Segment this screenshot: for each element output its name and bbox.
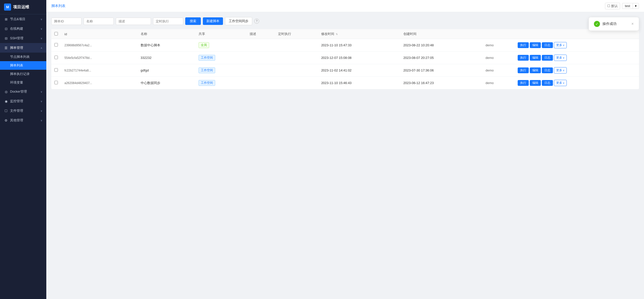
- cell-schedule-1: [275, 52, 318, 64]
- sync-button[interactable]: 工作空间同步: [225, 17, 252, 25]
- sidebar-item-other[interactable]: ⚙ 其他管理 ∨: [0, 116, 46, 125]
- cell-created-3: 2023-06-12 16:47:23: [400, 77, 483, 89]
- col-modified[interactable]: 修改时间 ⇅: [318, 29, 400, 39]
- sidebar-item-nodes[interactable]: ⊞ 节点&项目 ∨: [0, 14, 46, 24]
- chevron-nodes: ∨: [41, 18, 42, 21]
- sidebar: M 项目运维 ⊞ 节点&项目 ∨ ⊡ 在线构建 ∨ ⊟ SSH管理 ∨ ☰ 脚本…: [0, 0, 46, 299]
- cell-created-2: 2023-07-30 17:36:06: [400, 64, 483, 77]
- logo-icon: M: [4, 4, 11, 11]
- row-checkbox-1[interactable]: [54, 56, 58, 59]
- user-dropdown[interactable]: ▾: [633, 3, 639, 9]
- cell-modified-3: 2023-11-10 15:46:43: [318, 77, 400, 89]
- chevron-files: ∨: [41, 109, 42, 112]
- select-all-checkbox[interactable]: [54, 32, 58, 35]
- user-control: test ▾: [622, 3, 639, 9]
- user-label: test: [622, 3, 633, 9]
- sidebar-item-node-scripts[interactable]: 节点脚本列表: [0, 53, 46, 61]
- chevron-monitor: ∨: [41, 100, 42, 103]
- sidebar-item-env-vars[interactable]: 环境变量: [0, 78, 46, 87]
- online-build-icon: ⊡: [4, 27, 8, 31]
- sidebar-label-other: 其他管理: [10, 118, 23, 123]
- cell-name-2: gdfgd: [138, 64, 196, 77]
- more-button-1[interactable]: 更多 ∨: [554, 55, 567, 61]
- cell-author-0: demo: [482, 39, 515, 52]
- more-button-0[interactable]: 更多 ∨: [554, 42, 567, 48]
- sidebar-label-script-mgmt: 脚本管理: [10, 46, 23, 50]
- table-row: a262084d4829407... 中心数据同步 工作空间 2023-11-1…: [51, 77, 639, 89]
- exec-button-3[interactable]: 执行: [518, 80, 529, 86]
- success-icon: ✓: [594, 21, 600, 27]
- sidebar-item-script-list[interactable]: 脚本列表: [0, 61, 46, 70]
- exec-button-2[interactable]: 执行: [518, 67, 529, 73]
- edit-button-2[interactable]: 编辑: [530, 67, 541, 73]
- cell-created-0: 2023-08-22 10:20:48: [400, 39, 483, 52]
- sidebar-item-monitor[interactable]: ◉ 监控管理 ∨: [0, 96, 46, 106]
- name-input[interactable]: [84, 18, 114, 25]
- default-workspace[interactable]: ☐ 默认: [605, 3, 620, 9]
- log-button-2[interactable]: 日志: [542, 67, 553, 73]
- chevron-docker: ∨: [41, 90, 42, 93]
- other-icon: ⚙: [4, 118, 8, 122]
- desc-input[interactable]: [116, 18, 151, 25]
- sidebar-logo: M 项目运维: [0, 0, 46, 14]
- sidebar-item-ssh[interactable]: ⊟ SSH管理 ∨: [0, 33, 46, 43]
- col-share: 共享: [196, 29, 247, 39]
- toast-close-button[interactable]: ×: [631, 22, 634, 26]
- col-schedule: 定时执行: [275, 29, 318, 39]
- cell-created-1: 2023-08-07 20:27:05: [400, 52, 483, 64]
- col-name: 名称: [138, 29, 196, 39]
- log-button-3[interactable]: 日志: [542, 80, 553, 86]
- new-script-button[interactable]: 新建脚本: [203, 17, 223, 25]
- chevron-script-mgmt: ∧: [41, 47, 42, 49]
- log-button-0[interactable]: 日志: [542, 42, 553, 48]
- chevron-other: ∨: [41, 119, 42, 122]
- script-id-input[interactable]: [51, 18, 82, 25]
- chevron-online-build: ∨: [41, 27, 42, 30]
- cell-modified-2: 2023-11-02 14:41:02: [318, 64, 400, 77]
- cell-share-1: 工作空间: [196, 52, 247, 64]
- cell-share-0: 全局: [196, 39, 247, 52]
- schedule-input[interactable]: [153, 18, 183, 25]
- cell-modified-1: 2023-12-07 15:08:08: [318, 52, 400, 64]
- sidebar-item-exec-records[interactable]: 脚本执行记录: [0, 70, 46, 78]
- cell-share-3: 工作空间: [196, 77, 247, 89]
- cell-id-1: 554e5cfa52f7478d...: [61, 52, 138, 64]
- edit-button-3[interactable]: 编辑: [530, 80, 541, 86]
- cell-actions-3: 执行 编辑 日志 更多 ∨: [515, 77, 639, 89]
- cell-actions-2: 执行 编辑 日志 更多 ∨: [515, 64, 639, 77]
- more-button-3[interactable]: 更多 ∨: [554, 80, 567, 86]
- row-checkbox-2[interactable]: [54, 68, 58, 72]
- row-checkbox-0[interactable]: [54, 43, 58, 47]
- sidebar-item-online-build[interactable]: ⊡ 在线构建 ∨: [0, 24, 46, 33]
- cell-schedule-2: [275, 64, 318, 77]
- env-vars-label: 环境变量: [10, 80, 23, 85]
- ssh-icon: ⊟: [4, 36, 8, 40]
- sidebar-item-docker[interactable]: ◎ Docker管理 ∨: [0, 87, 46, 96]
- edit-button-1[interactable]: 编辑: [530, 55, 541, 61]
- table-row: 239688d9567c4a2... 数据中心脚本 全局 2023-11-10 …: [51, 39, 639, 52]
- table-row: fc22b271744e4a8... gdfgd 工作空间 2023-11-02…: [51, 64, 639, 77]
- cell-author-2: demo: [482, 64, 515, 77]
- exec-button-0[interactable]: 执行: [518, 42, 529, 48]
- sidebar-item-script-mgmt[interactable]: ☰ 脚本管理 ∧: [0, 43, 46, 53]
- cell-desc-3: [247, 77, 275, 89]
- search-button[interactable]: 搜索: [185, 17, 201, 25]
- cell-schedule-3: [275, 77, 318, 89]
- sidebar-label-online-build: 在线构建: [10, 26, 23, 31]
- script-list-label: 脚本列表: [10, 63, 23, 68]
- topbar-right: ☐ 默认 test ▾: [605, 3, 639, 9]
- sidebar-item-files[interactable]: ☐ 文件管理 ∨: [0, 106, 46, 116]
- cell-author-1: demo: [482, 52, 515, 64]
- exec-button-1[interactable]: 执行: [518, 55, 529, 61]
- row-checkbox-3[interactable]: [54, 81, 58, 84]
- log-button-1[interactable]: 日志: [542, 55, 553, 61]
- cell-share-2: 工作空间: [196, 64, 247, 77]
- script-table: id 名称 共享 描述 定时执行 修改时间 ⇅ 创建时间: [51, 29, 639, 89]
- cell-desc-2: [247, 64, 275, 77]
- edit-button-0[interactable]: 编辑: [530, 42, 541, 48]
- chevron-ssh: ∨: [41, 37, 42, 40]
- more-button-2[interactable]: 更多 ∨: [554, 67, 567, 73]
- cell-name-0: 数据中心脚本: [138, 39, 196, 52]
- help-icon[interactable]: ?: [254, 19, 259, 24]
- page-title[interactable]: 脚本列表: [51, 4, 65, 8]
